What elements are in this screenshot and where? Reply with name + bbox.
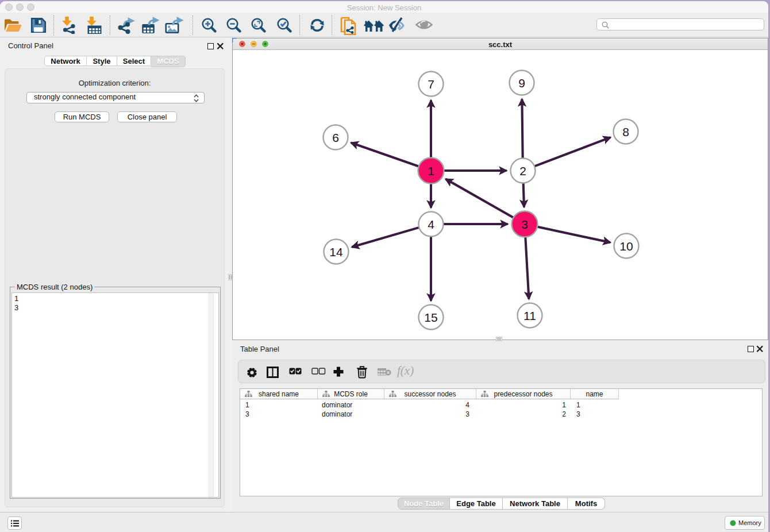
svg-text:7: 7 bbox=[428, 78, 434, 91]
svg-text:9: 9 bbox=[518, 76, 525, 90]
svg-text:6: 6 bbox=[332, 131, 339, 144]
svg-text:8: 8 bbox=[622, 125, 629, 138]
svg-text:15: 15 bbox=[424, 311, 437, 324]
svg-text:1: 1 bbox=[428, 164, 434, 178]
svg-text:4: 4 bbox=[428, 218, 434, 231]
svg-text:10: 10 bbox=[619, 240, 633, 253]
svg-text:11: 11 bbox=[523, 309, 536, 322]
svg-text:14: 14 bbox=[329, 245, 343, 259]
svg-text:2: 2 bbox=[519, 164, 526, 178]
svg-text:3: 3 bbox=[521, 218, 528, 231]
